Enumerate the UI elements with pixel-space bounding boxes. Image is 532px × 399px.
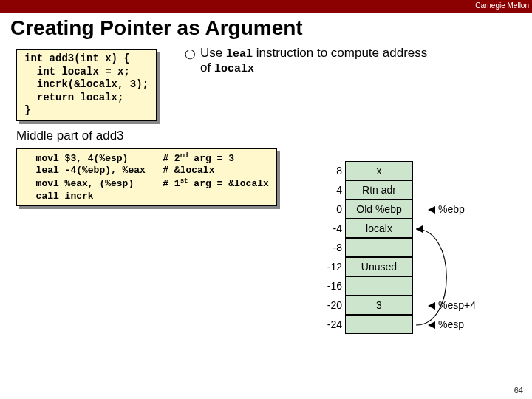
- asm-code: movl $3, 4(%esp) # 2nd arg = 3 leal -4(%…: [16, 148, 277, 207]
- stack-offset: 0: [321, 203, 342, 215]
- stack-row: -8: [321, 238, 476, 257]
- stack-offset: -8: [321, 242, 342, 253]
- middle-label: Middle part of add3: [0, 124, 532, 143]
- page-number: 64: [514, 386, 523, 395]
- stack-cell: x: [345, 161, 413, 180]
- stack-annot-text: %ebp: [438, 203, 465, 215]
- stack-cell: localx: [345, 219, 413, 238]
- bullet-var: localx: [214, 63, 254, 75]
- stack-row: 0Old %ebp%ebp: [321, 200, 476, 219]
- stack-annot: %ebp: [428, 203, 465, 215]
- stack-cell: Unused: [345, 257, 413, 276]
- stack-cell: [345, 238, 413, 257]
- bullet-lead: Use: [200, 46, 226, 60]
- stack-offset: -4: [321, 222, 342, 234]
- stack-annot: %esp: [428, 318, 464, 330]
- stack-row: -4localx: [321, 219, 476, 238]
- arrow-left-icon: [428, 206, 435, 214]
- arrow-left-icon: [428, 321, 435, 329]
- stack-row: -16: [321, 276, 476, 296]
- stack-cell: Rtn adr: [345, 180, 413, 200]
- stack-cell: Old %ebp: [345, 200, 413, 219]
- stack-row: -12Unused: [321, 257, 476, 276]
- stack-row: -203%esp+4: [321, 296, 476, 315]
- stack-offset: 8: [321, 165, 342, 177]
- stack-cell: [345, 315, 413, 334]
- row-code-and-bullet: int add3(int x) { int localx = x; incrk(…: [0, 46, 532, 124]
- brand-bar: Carnegie Mellon: [0, 0, 532, 13]
- c-code-box: int add3(int x) { int localx = x; incrk(…: [16, 49, 157, 121]
- stack-annot-text: %esp+4: [438, 299, 476, 311]
- bullet-desc: ◯ Use leal instruction to compute addres…: [163, 46, 437, 75]
- ring-icon: ◯: [185, 46, 196, 62]
- slide-title: Creating Pointer as Argument: [0, 13, 532, 46]
- stack-row: 4Rtn adr: [321, 180, 476, 200]
- bullet-instr: leal: [226, 48, 253, 61]
- stack-cell: 3: [345, 296, 413, 315]
- stack-annot-text: %esp: [438, 318, 464, 330]
- stack-row: -24%esp: [321, 315, 476, 334]
- stack-offset: -20: [321, 299, 342, 311]
- stack-diagram: 8x4Rtn adr0Old %ebp%ebp-4localx-8-12Unus…: [321, 161, 476, 334]
- brand-text: Carnegie Mellon: [475, 1, 529, 10]
- stack-row: 8x: [321, 161, 476, 180]
- stack-annot: %esp+4: [428, 299, 476, 311]
- stack-offset: -16: [321, 280, 342, 292]
- stack-cell: [345, 276, 413, 296]
- c-code: int add3(int x) { int localx = x; incrk(…: [16, 49, 157, 121]
- asm-code-box: movl $3, 4(%esp) # 2nd arg = 3 leal -4(%…: [16, 148, 277, 207]
- stack-offset: -12: [321, 261, 342, 273]
- bullet-text: Use leal instruction to compute address …: [200, 46, 437, 75]
- arrow-left-icon: [428, 302, 435, 310]
- stack-offset: -24: [321, 318, 342, 330]
- stack-offset: 4: [321, 184, 342, 196]
